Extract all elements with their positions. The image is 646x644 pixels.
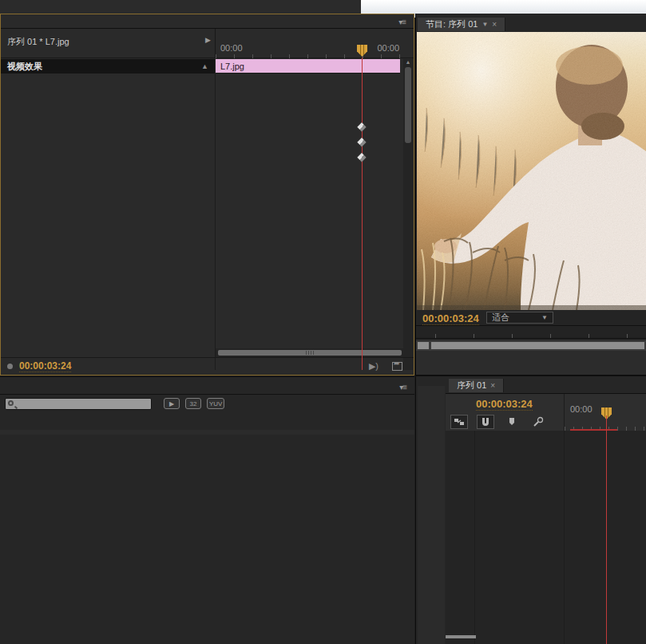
effect-controls-panel: ▾≡ 序列 01 * L7.jpg ▶ 00:00 00:00 视频效果 ▲ L… (0, 14, 414, 376)
close-icon[interactable]: × (492, 20, 497, 29)
yuv-effects-filter[interactable]: YUV (207, 398, 224, 409)
current-timecode[interactable]: 00:00:03:24 (19, 360, 71, 372)
chevron-down-icon[interactable]: ▼ (482, 21, 488, 28)
show-timeline-view-button[interactable]: ▶ (205, 36, 211, 44)
effect-controls-body: 序列 01 * L7.jpg ▶ 00:00 00:00 视频效果 ▲ L7.j… (1, 28, 414, 375)
search-icon (8, 400, 14, 406)
premiere-app-window: ▾≡ 序列 01 * L7.jpg ▶ 00:00 00:00 视频效果 ▲ L… (0, 0, 646, 644)
chevron-down-icon: ▼ (541, 314, 548, 321)
program-video-frame (417, 32, 646, 310)
video-effects-label: 视频效果 (7, 61, 42, 73)
program-scrollbar[interactable] (416, 340, 646, 351)
ruler-start-label: 00:00 (220, 43, 243, 53)
tab-program-sequence[interactable]: 节目: 序列 01 ▼ × (418, 18, 505, 31)
timeline-panel: 序列 01 × 00:00:03:24 (415, 376, 646, 644)
project-panel-group: ▾≡ ▶ 32 YUV (0, 376, 414, 644)
keyframe-marker[interactable] (357, 137, 366, 146)
panel-menu-icon[interactable]: ▾≡ (399, 383, 406, 392)
tab-sequence-01[interactable]: 序列 01 × (449, 379, 504, 392)
zoom-level-dropdown[interactable]: 适合 ▼ (486, 312, 553, 324)
playhead-line (606, 415, 607, 644)
keyframe-marker[interactable] (357, 153, 366, 161)
zoom-level-value: 适合 (492, 312, 509, 324)
timeline-main: 序列 01 × 00:00:03:24 (446, 376, 646, 644)
effect-controls-tabstrip (2, 14, 405, 28)
clip-bar-label: L7.jpg (220, 62, 244, 71)
tools-panel (418, 386, 445, 644)
ruler-start-label: 00:00 (570, 404, 592, 414)
clip-title: 序列 01 * L7.jpg (7, 36, 69, 48)
column-divider[interactable] (215, 74, 216, 370)
timeline-tabstrip: 序列 01 × (449, 379, 504, 392)
ruler-end-label: 00:00 (377, 43, 399, 53)
timeline-ruler[interactable]: 00:00 (564, 394, 646, 431)
horizontal-scrollbar[interactable] (216, 348, 404, 357)
timeline-header: 00:00:03:24 00:00 (446, 393, 646, 431)
add-marker-icon[interactable] (503, 415, 521, 429)
timeline-timecode[interactable]: 00:00:03:24 (476, 398, 533, 411)
effects-search-row: ▶ 32 YUV (0, 396, 414, 412)
program-transport-area (416, 351, 646, 376)
playhead-line (362, 58, 363, 370)
effect-timeline-ruler[interactable]: 00:00 00:00 (215, 29, 404, 58)
record-dot-icon (7, 364, 13, 369)
timeline-toolbar (450, 415, 547, 429)
keyframe-marker[interactable] (357, 122, 366, 131)
program-tab-label: 节目: 序列 01 (426, 18, 478, 30)
effect-timeline-clip-bar[interactable]: L7.jpg (216, 59, 400, 74)
sequence-tab-label: 序列 01 (457, 380, 486, 392)
timeline-settings-wrench-icon[interactable] (529, 415, 547, 429)
program-timecode[interactable]: 00:00:03:24 (422, 312, 479, 325)
video-effects-section-header[interactable]: 视频效果 ▲ (1, 59, 215, 74)
program-monitor-panel: 节目: 序列 01 ▼ × (415, 14, 646, 376)
timeline-horizontal-scrollbar[interactable] (446, 635, 476, 638)
program-mini-ruler[interactable] (416, 325, 646, 339)
close-icon[interactable]: × (490, 381, 495, 390)
effect-controls-header-band: 序列 01 * L7.jpg ▶ 00:00 00:00 (1, 29, 414, 58)
program-controls-row: 00:00:03:24 适合 ▼ (416, 310, 646, 325)
32bit-effects-filter[interactable]: 32 (185, 398, 201, 409)
accelerated-effects-filter[interactable]: ▶ (164, 398, 180, 409)
clipped-tree-row (0, 430, 414, 435)
vertical-scrollbar[interactable]: ▲ (403, 59, 413, 370)
export-frame-icon[interactable] (392, 362, 402, 371)
track-area (446, 431, 646, 644)
play-around-icon[interactable]: ▶) (369, 361, 378, 372)
panel-menu-icon[interactable]: ▾≡ (398, 18, 406, 26)
effects-browser: ▶ 32 YUV (0, 394, 414, 644)
snap-magnet-icon[interactable] (477, 415, 494, 429)
program-tabstrip: 节目: 序列 01 ▼ × (418, 18, 505, 31)
linked-selection-icon[interactable] (450, 415, 468, 429)
search-input[interactable] (5, 398, 152, 410)
collapse-section-icon[interactable]: ▲ (201, 62, 208, 70)
effect-controls-footer: 00:00:03:24 ▶) (1, 357, 414, 375)
